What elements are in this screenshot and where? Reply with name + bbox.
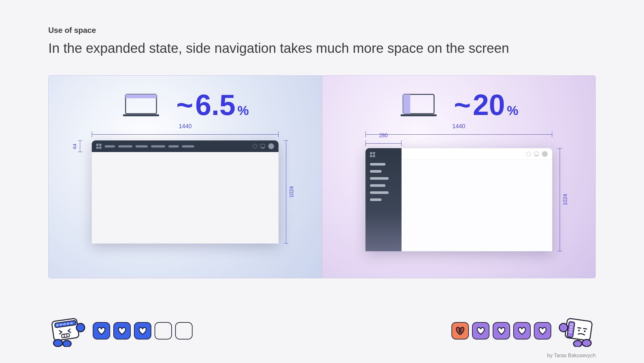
svg-rect-10 (63, 323, 66, 325)
heart-filled (472, 322, 489, 339)
section-eyebrow: Use of space (48, 26, 596, 35)
svg-point-17 (53, 339, 62, 347)
svg-rect-2 (123, 114, 159, 116)
score-footer (48, 315, 596, 347)
dimension-width-label: 1440 (452, 123, 465, 130)
svg-point-31 (582, 339, 591, 347)
dimension-topnav-height: 64 (72, 140, 84, 152)
mock-content-area (402, 148, 552, 251)
author-credit: by Taras Bakusevych (547, 353, 596, 358)
stat-percent-left: ~ 6.5 % (176, 89, 249, 122)
heart-empty (175, 322, 193, 339)
dimension-width-left: 1440 (92, 131, 279, 139)
heart-filled (93, 322, 110, 339)
tilde: ~ (454, 89, 471, 122)
comparison-panels: ~ 6.5 % 1440 64 1024 (48, 75, 596, 278)
avatar-icon (268, 143, 274, 149)
percent-suffix: % (237, 103, 249, 118)
nav-item (182, 145, 194, 148)
stat-row-left: ~ 6.5 % (68, 89, 303, 122)
mockup-topnav: 64 1024 (92, 140, 279, 244)
panel-topnav: ~ 6.5 % 1440 64 1024 (49, 76, 322, 278)
nav-item (105, 145, 115, 148)
fighter-topnav (48, 315, 193, 347)
percent-value: 6.5 (195, 89, 235, 122)
nav-item (168, 145, 179, 148)
heart-empty (155, 322, 172, 339)
heart-filled (134, 322, 151, 339)
tilde: ~ (176, 89, 194, 122)
svg-rect-13 (62, 333, 70, 338)
mockup-sidenav: 1024 (365, 148, 552, 251)
bell-icon (534, 152, 539, 156)
svg-rect-11 (67, 322, 70, 325)
fighter-topnav-character-icon (48, 315, 87, 347)
panel-sidenav: ~ 20 % 1440 280 1024 (322, 76, 596, 278)
dimension-width-right: 1440 (365, 131, 552, 139)
sidenav-item (370, 163, 385, 166)
laptop-topnav-icon (122, 92, 160, 118)
nav-item (118, 145, 132, 148)
percent-value: 20 (473, 89, 505, 122)
stat-percent-right: ~ 20 % (454, 89, 518, 122)
svg-line-15 (67, 334, 67, 337)
sidenav-item (370, 184, 385, 187)
heart-filled (493, 322, 510, 339)
svg-line-14 (64, 334, 64, 338)
sidenav-item (370, 170, 382, 173)
search-icon (253, 144, 257, 148)
avatar-icon (542, 151, 548, 157)
nav-item (151, 145, 165, 148)
hearts-left (93, 322, 193, 339)
svg-rect-5 (401, 114, 437, 116)
svg-point-18 (63, 340, 71, 347)
sidenav-item (370, 177, 389, 180)
svg-point-16 (76, 323, 85, 332)
heart-broken (451, 322, 469, 339)
svg-point-30 (573, 340, 582, 347)
heart-filled (113, 322, 131, 339)
heart-filled (534, 322, 551, 339)
fighter-sidenav-character-icon (557, 315, 596, 347)
logo-icon (96, 144, 101, 149)
stat-row-right: ~ 20 % (342, 89, 576, 122)
search-icon (526, 152, 531, 156)
percent-suffix: % (507, 103, 518, 118)
bell-icon (260, 144, 265, 148)
svg-rect-1 (126, 94, 156, 98)
svg-line-26 (583, 329, 587, 329)
logo-icon (370, 152, 375, 157)
svg-rect-9 (60, 323, 62, 326)
fighter-sidenav (451, 315, 596, 347)
laptop-sidenav-icon (399, 92, 438, 118)
dimension-height-left: 1024 (282, 140, 295, 244)
svg-line-25 (577, 328, 581, 328)
dimension-width-label: 1440 (179, 123, 192, 130)
dimension-sidenav-width: 280 (365, 140, 402, 147)
nav-item (136, 145, 148, 148)
sidenav-item (370, 198, 382, 201)
dimension-height-right: 1024 (556, 148, 568, 251)
section-headline: In the expanded state, side navigation t… (48, 41, 596, 56)
heart-filled (513, 322, 531, 339)
svg-rect-4 (403, 94, 410, 114)
svg-point-29 (559, 323, 568, 332)
mock-sidenav-bar (365, 148, 402, 251)
sidenav-item (370, 191, 389, 194)
hearts-right (451, 322, 551, 339)
svg-rect-12 (70, 322, 73, 324)
mock-topnav-bar (92, 140, 279, 152)
svg-rect-8 (56, 324, 59, 326)
